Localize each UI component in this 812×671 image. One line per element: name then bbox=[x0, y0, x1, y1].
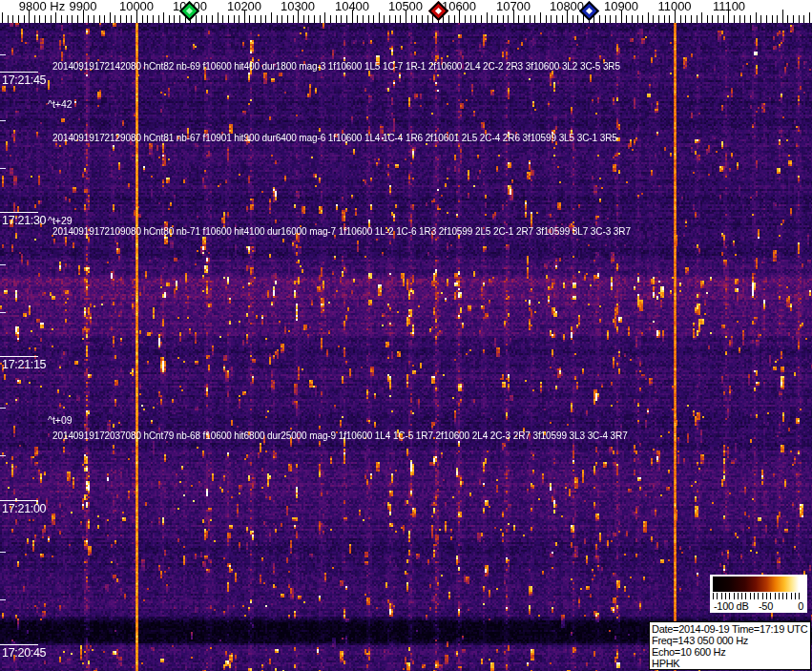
colorbar-label-mid: -50 bbox=[759, 600, 773, 612]
ruler-label: 9900 bbox=[70, 0, 97, 13]
ruler-label: 10300 bbox=[281, 0, 315, 13]
blue-marker-core bbox=[586, 8, 593, 14]
info-echo-freq: Echo=10 600 Hz bbox=[652, 646, 810, 658]
info-date-time: Date=2014-09-19 Time=17:19 UTC bbox=[652, 623, 810, 635]
colorbar-gradient bbox=[713, 577, 802, 592]
spectrum-lab-window: 9800 Hz990010000101001020010300104001050… bbox=[0, 0, 812, 671]
info-frequency: Freq=143 050 000 Hz bbox=[652, 635, 810, 646]
colorbar-ticks bbox=[713, 593, 802, 599]
frequency-ruler-labels: 9800 Hz990010000101001020010300104001050… bbox=[0, 0, 812, 23]
colorbar-label-max: 0 bbox=[798, 600, 803, 612]
ruler-label: 10500 bbox=[388, 0, 423, 13]
ruler-label: 11100 bbox=[713, 0, 745, 13]
ruler-label: 11000 bbox=[657, 0, 691, 13]
green-marker-core bbox=[186, 8, 193, 14]
red-marker-core bbox=[435, 8, 442, 14]
colorbar-label-min: -100 dB bbox=[714, 600, 748, 612]
ruler-label: 10400 bbox=[335, 0, 369, 13]
ruler-label: 10000 bbox=[119, 0, 154, 13]
ruler-label: 10900 bbox=[604, 0, 638, 13]
ruler-label: 9800 Hz bbox=[19, 0, 65, 13]
ruler-label: 10200 bbox=[227, 0, 261, 13]
status-info-box: Date=2014-09-19 Time=17:19 UTC Freq=143 … bbox=[649, 621, 811, 670]
amplitude-colorbar: -100 dB -50 0 bbox=[710, 575, 807, 613]
info-station-id: HPHK bbox=[652, 658, 810, 669]
ruler-label: 10700 bbox=[496, 0, 531, 13]
spectrogram-display[interactable] bbox=[0, 23, 812, 671]
